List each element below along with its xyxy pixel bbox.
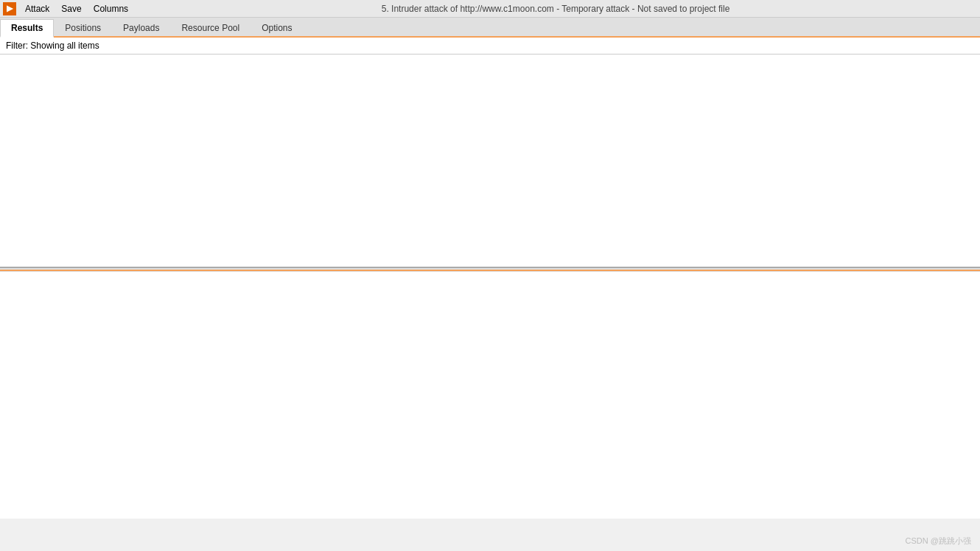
main-tab-bar: ResultsPositionsPayloadsResource PoolOpt… <box>0 18 980 38</box>
menu-attack[interactable]: Attack <box>19 2 55 15</box>
window-title: 5. Intruder attack of http://www.c1moon.… <box>134 4 977 14</box>
menu-columns[interactable]: Columns <box>88 2 134 15</box>
tab-resource-pool[interactable]: Resource Pool <box>170 19 251 36</box>
bottom-pane <box>0 268 980 519</box>
app-icon: ▶ <box>3 2 16 15</box>
request-content <box>0 272 980 519</box>
results-table-container <box>0 55 980 268</box>
tab-results[interactable]: Results <box>0 19 54 38</box>
tab-positions[interactable]: Positions <box>54 19 112 36</box>
tab-payloads[interactable]: Payloads <box>112 19 170 36</box>
menu-save[interactable]: Save <box>55 2 87 15</box>
tab-options[interactable]: Options <box>251 19 303 36</box>
filter-bar: Filter: Showing all items <box>0 38 980 55</box>
menu-bar: ▶ Attack Save Columns 5. Intruder attack… <box>0 0 980 18</box>
